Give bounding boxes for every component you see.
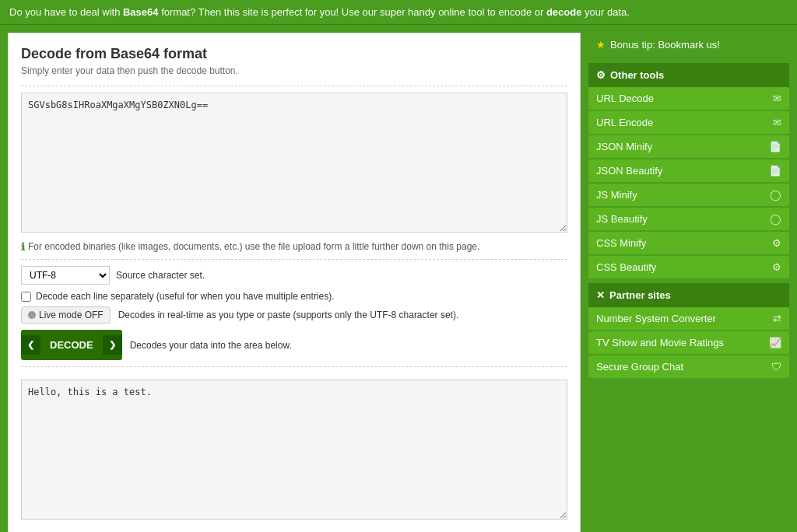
top-bar-text: Do you have to deal with Base64 format? … [9,6,630,18]
js-beautify-icon: ◯ [770,213,781,225]
url-encode-label: URL Encode [596,117,653,128]
sidebar-item-url-decode[interactable]: URL Decode ✉ [588,87,789,110]
number-converter-label: Number System Converter [596,313,716,324]
sidebar-item-json-beautify[interactable]: JSON Beautify 📄 [588,159,789,182]
decode-btn-label: DECODE [40,334,103,355]
sidebar: ★ Bonus tip: Bookmark us! ⚙ Other tools … [588,33,789,380]
info-text-label: For encoded binaries (like images, docum… [28,241,479,252]
live-mode-label: Live mode OFF [39,310,104,320]
star-icon: ★ [596,39,606,51]
url-decode-icon: ✉ [773,93,781,104]
sidebar-item-number-converter[interactable]: Number System Converter ⇄ [588,307,789,330]
decode-desc: Decodes your data into the area below. [130,340,292,351]
tv-ratings-icon: 📈 [769,337,781,348]
partner-header: ✕ Partner sites [588,283,789,307]
sidebar-item-json-minify[interactable]: JSON Minify 📄 [588,135,789,158]
secure-chat-label: Secure Group Chat [596,361,683,373]
url-encode-icon: ✉ [773,117,781,128]
toggle-circle-icon [28,311,36,319]
decode-row: ❮ DECODE ❯ Decodes your data into the ar… [21,330,567,360]
json-minify-icon: 📄 [769,141,781,152]
decode-arrow-right: ❯ [103,335,122,355]
sidebar-item-secure-chat[interactable]: Secure Group Chat 🛡 [588,355,789,378]
number-converter-icon: ⇄ [773,313,781,324]
input-textarea[interactable]: SGVsbG8sIHRoaXMgaXMgYSB0ZXN0Lg== [21,93,567,233]
sidebar-item-css-minify[interactable]: CSS Minify ⚙ [588,232,789,254]
url-decode-label: URL Decode [596,93,654,104]
tv-ratings-label: TV Show and Movie Ratings [596,337,724,348]
output-textarea[interactable]: Hello, this is a test. [21,380,567,520]
page-subtitle: Simply enter your data then push the dec… [21,65,567,76]
css-beautify-icon: ⚙ [772,261,781,273]
sidebar-item-css-beautify[interactable]: CSS Beautify ⚙ [588,256,789,278]
partners-list: Number System Converter ⇄ TV Show and Mo… [588,307,789,378]
charset-label: Source character set. [116,270,205,281]
other-tools-label: Other tools [610,69,664,81]
json-beautify-icon: 📄 [769,165,781,177]
css-minify-label: CSS Minify [596,237,646,249]
other-tools-header: ⚙ Other tools [588,63,789,87]
page-title: Decode from Base64 format [21,46,567,62]
info-icon: ℹ [21,241,25,253]
json-minify-label: JSON Minify [596,141,652,152]
charset-select[interactable]: UTF-8 ISO-8859-1 Windows-1252 [21,266,110,285]
sidebar-item-js-minify[interactable]: JS Minify ◯ [588,184,789,206]
info-row: ℹ For encoded binaries (like images, doc… [21,241,567,253]
tools-list: URL Decode ✉ URL Encode ✉ JSON Minify 📄 … [588,87,789,278]
checkbox-row: Decode each line separately (useful for … [21,291,567,302]
css-minify-icon: ⚙ [772,237,781,249]
sidebar-item-js-beautify[interactable]: JS Beautify ◯ [588,208,789,230]
js-minify-label: JS Minify [596,189,637,201]
partner-header-label: Partner sites [609,289,671,301]
partner-icon: ✕ [596,289,605,301]
live-mode-button[interactable]: Live mode OFF [21,306,111,324]
decode-button[interactable]: ❮ DECODE ❯ [21,330,122,360]
bonus-tip-text: Bonus tip: Bookmark us! [610,39,720,51]
gear-icon: ⚙ [596,69,606,81]
decode-arrow-left: ❮ [21,335,40,355]
live-mode-desc: Decodes in real-time as you type or past… [118,310,459,320]
checkbox-label: Decode each line separately (useful for … [36,291,335,302]
js-beautify-label: JS Beautify [596,213,648,225]
sidebar-item-url-encode[interactable]: URL Encode ✉ [588,111,789,134]
live-mode-row: Live mode OFF Decodes in real-time as yo… [21,306,567,324]
charset-row: UTF-8 ISO-8859-1 Windows-1252 Source cha… [21,266,567,285]
secure-chat-icon: 🛡 [771,361,781,373]
top-bar: Do you have to deal with Base64 format? … [0,0,797,25]
sidebar-item-tv-ratings[interactable]: TV Show and Movie Ratings 📈 [588,331,789,354]
main-panel: Decode from Base64 format Simply enter y… [8,33,581,532]
json-beautify-label: JSON Beautify [596,165,662,177]
line-checkbox[interactable] [21,292,31,302]
js-minify-icon: ◯ [770,189,781,201]
css-beautify-label: CSS Beautify [596,261,656,273]
bonus-tip: ★ Bonus tip: Bookmark us! [588,33,789,57]
